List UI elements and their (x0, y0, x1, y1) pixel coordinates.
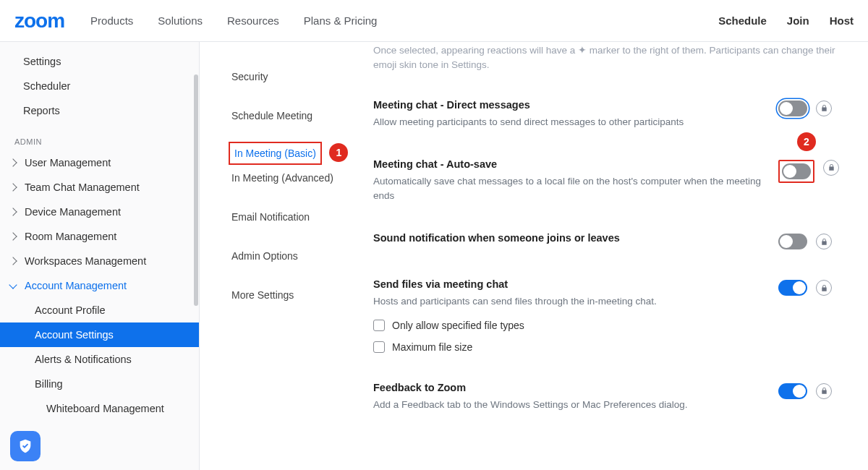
top-actions: Schedule Join Host (718, 14, 854, 27)
zoom-logo: zoom (14, 9, 64, 33)
setting-auto-save: Meeting chat - Auto-save Automatically s… (373, 147, 846, 221)
toggle-direct-messages[interactable] (778, 101, 807, 116)
checkbox-label: Only allow specified file types (392, 320, 524, 331)
settings-list: Once selected, appearing reactions will … (373, 42, 868, 470)
setting-desc: Automatically save chat messages to a lo… (373, 174, 764, 204)
callout-box-2: 2 (778, 160, 814, 183)
action-host[interactable]: Host (830, 14, 854, 27)
setting-send-files: Send files via meeting chat Hosts and pa… (373, 267, 846, 369)
setting-title: Sound notification when someone joins or… (373, 232, 764, 244)
action-join[interactable]: Join (787, 14, 809, 27)
toggle-sound-notification[interactable] (778, 234, 807, 249)
sidebar-item-alerts-notifications[interactable]: Alerts & Notifications (0, 347, 199, 372)
lock-icon[interactable] (816, 280, 832, 296)
tab-in-meeting-advanced[interactable]: In Meeting (Advanced) (229, 165, 366, 191)
checkbox-specified-file-types[interactable]: Only allow specified file types (373, 320, 764, 331)
tab-schedule-meeting[interactable]: Schedule Meeting (229, 103, 366, 129)
sidebar-item-billing[interactable]: Billing (0, 372, 199, 396)
nav-products[interactable]: Products (90, 14, 133, 27)
sidebar-item-account-management[interactable]: Account Management (0, 273, 199, 298)
tab-more-settings[interactable]: More Settings (229, 282, 366, 308)
toggle-auto-save[interactable] (782, 163, 811, 179)
checkbox-max-file-size[interactable]: Maximum file size (373, 341, 764, 353)
checkbox-icon[interactable] (373, 320, 385, 331)
sidebar-item-room-management[interactable]: Room Management (0, 224, 199, 249)
sidebar-item-account-settings[interactable]: Account Settings (0, 322, 199, 347)
sidebar-item-whiteboard-management[interactable]: Whiteboard Management (0, 396, 199, 421)
setting-title: Send files via meeting chat (373, 278, 764, 290)
sidebar-item-team-chat-management[interactable]: Team Chat Management (0, 175, 199, 200)
intro-faded-text: Once selected, appearing reactions will … (373, 42, 846, 87)
sidebar-item-device-management[interactable]: Device Management (0, 200, 199, 224)
lock-icon[interactable] (816, 101, 832, 116)
callout-badge-1: 1 (329, 143, 348, 162)
top-nav: Products Solutions Resources Plans & Pri… (90, 14, 377, 27)
callout-badge-2: 2 (797, 132, 816, 151)
tab-admin-options[interactable]: Admin Options (229, 243, 366, 269)
scrollbar[interactable] (194, 74, 198, 306)
nav-plans-pricing[interactable]: Plans & Pricing (304, 14, 378, 27)
sidebar-item-settings[interactable]: Settings (0, 49, 199, 74)
top-bar: zoom Products Solutions Resources Plans … (0, 0, 868, 42)
toggle-feedback[interactable] (778, 383, 807, 399)
nav-solutions[interactable]: Solutions (158, 14, 203, 27)
sidebar-item-reports[interactable]: Reports (0, 98, 199, 123)
checkbox-icon[interactable] (373, 341, 385, 353)
settings-tabs: Security Schedule Meeting In Meeting (Ba… (200, 42, 373, 470)
nav-resources[interactable]: Resources (227, 14, 279, 27)
action-schedule[interactable]: Schedule (718, 14, 767, 27)
setting-desc: Allow meeting participants to send direc… (373, 115, 764, 129)
tab-security[interactable]: Security (229, 64, 366, 90)
tab-email-notification[interactable]: Email Notification (229, 204, 366, 230)
sidebar-item-account-profile[interactable]: Account Profile (0, 298, 199, 322)
setting-direct-messages: Meeting chat - Direct messages Allow mee… (373, 87, 846, 147)
toggle-send-files[interactable] (778, 280, 807, 296)
setting-title: Meeting chat - Auto-save (373, 158, 764, 170)
sidebar-item-user-management[interactable]: User Management (0, 150, 199, 175)
setting-desc: Hosts and participants can send files th… (373, 294, 764, 309)
checkbox-label: Maximum file size (392, 341, 472, 353)
sidebar-item-scheduler[interactable]: Scheduler (0, 74, 199, 98)
sidebar-heading-admin: ADMIN (0, 130, 199, 150)
tab-in-meeting-basic[interactable]: In Meeting (Basic) (229, 142, 322, 165)
lock-icon[interactable] (816, 383, 832, 399)
setting-desc: Add a Feedback tab to the Windows Settin… (373, 398, 764, 412)
setting-sound-notification: Sound notification when someone joins or… (373, 221, 846, 267)
main-content: Security Schedule Meeting In Meeting (Ba… (200, 42, 868, 470)
lock-icon[interactable] (816, 234, 832, 249)
setting-title: Feedback to Zoom (373, 382, 764, 393)
sidebar-item-workspaces-management[interactable]: Workspaces Management (0, 249, 199, 273)
sidebar: Settings Scheduler Reports ADMIN User Ma… (0, 42, 200, 470)
setting-title: Meeting chat - Direct messages (373, 99, 764, 111)
setting-feedback: Feedback to Zoom Add a Feedback tab to t… (373, 370, 846, 430)
shield-icon[interactable] (10, 431, 41, 461)
lock-icon[interactable] (823, 160, 839, 176)
